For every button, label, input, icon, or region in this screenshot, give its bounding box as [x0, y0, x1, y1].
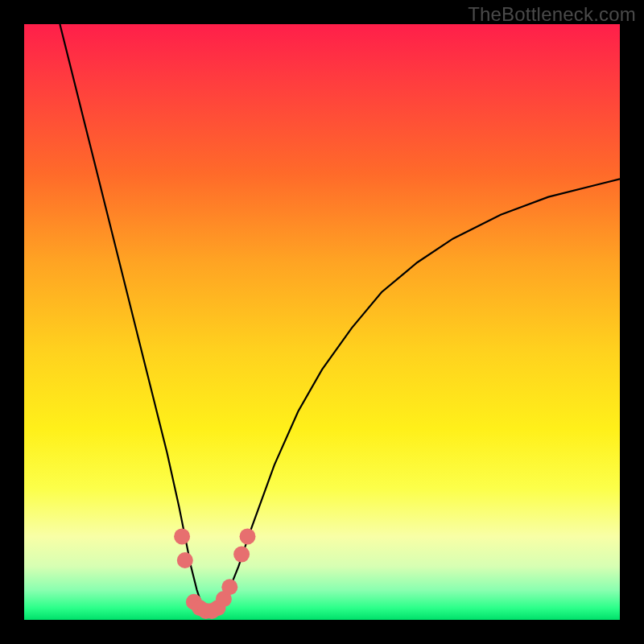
- marker-dot: [221, 579, 237, 595]
- marker-group: [174, 528, 255, 619]
- marker-dot: [240, 528, 256, 544]
- chart-frame: TheBottleneck.com: [0, 0, 644, 644]
- marker-dot: [233, 547, 250, 563]
- bottleneck-curve: [60, 24, 620, 614]
- watermark-text: TheBottleneck.com: [468, 3, 636, 26]
- marker-dot: [177, 552, 193, 568]
- chart-svg: [24, 24, 620, 620]
- plot-area: [24, 24, 620, 620]
- marker-dot: [174, 528, 190, 544]
